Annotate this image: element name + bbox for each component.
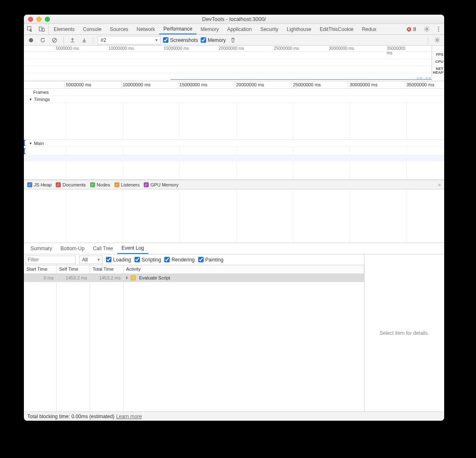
- screenshots-label: Screenshots: [170, 37, 198, 43]
- chevron-down-icon: ▼: [29, 142, 32, 145]
- svg-point-7: [29, 38, 33, 42]
- legend-documents[interactable]: ✓Documents: [56, 182, 86, 187]
- settings-gear-icon[interactable]: [421, 26, 432, 32]
- memory-menu-icon[interactable]: ≡: [438, 182, 441, 187]
- save-profile-button[interactable]: [80, 36, 89, 44]
- tab-application[interactable]: Application: [223, 24, 256, 34]
- inspect-element-icon[interactable]: [24, 24, 36, 34]
- devtools-window: DevTools - localhost:3000/ Elements Cons…: [24, 15, 444, 421]
- timings-label: Timings: [34, 97, 50, 102]
- legend-listeners[interactable]: ✓Listeners: [114, 182, 140, 187]
- zoom-window-icon[interactable]: [45, 17, 50, 22]
- main-track-body: [24, 147, 444, 180]
- svg-rect-2: [42, 28, 44, 31]
- expand-icon[interactable]: [126, 276, 128, 279]
- dtab-event-log[interactable]: Event Log: [117, 243, 148, 254]
- profile-select-value: #2: [101, 37, 106, 43]
- error-badge[interactable]: ✕ 8: [404, 26, 419, 32]
- tab-lighthouse[interactable]: Lighthouse: [282, 24, 316, 34]
- perf-toolbar: #2 ▼ Screenshots Memory: [24, 35, 444, 46]
- svg-point-4: [438, 27, 439, 28]
- table-row[interactable]: 0 ms 1453.2 ms 1453.2 ms Evaluate Script: [24, 274, 364, 282]
- memory-label: Memory: [208, 37, 226, 43]
- learn-more-link[interactable]: Learn more: [116, 414, 142, 419]
- filter-loading[interactable]: Loading: [106, 257, 131, 263]
- trash-icon[interactable]: [228, 36, 238, 44]
- main-label: Main: [34, 141, 44, 146]
- chevron-down-icon: ▼: [29, 98, 32, 101]
- minimize-window-icon[interactable]: [36, 17, 41, 22]
- blocking-time-text: Total blocking time: 0.00ms (estimated): [27, 414, 114, 419]
- tab-redux[interactable]: Redux: [358, 24, 381, 34]
- overview-strip[interactable]: 5000000 ms 10000000 ms 15000000 ms 20000…: [24, 46, 444, 81]
- tab-elements[interactable]: Elements: [49, 24, 79, 34]
- event-log-header: Start Time Self Time Total Time Activity: [24, 265, 364, 274]
- dtab-call-tree[interactable]: Call Tree: [89, 243, 117, 254]
- timings-track-header[interactable]: ▼ Timings: [24, 96, 444, 103]
- svg-line-9: [53, 39, 56, 41]
- legend-gpu-memory[interactable]: ✓GPU Memory: [144, 182, 178, 187]
- device-toolbar-icon[interactable]: [36, 24, 47, 34]
- memory-chart[interactable]: [24, 189, 444, 243]
- window-title: DevTools - localhost:3000/: [24, 16, 444, 22]
- filter-input[interactable]: [26, 256, 76, 264]
- flame-chart[interactable]: 5000000 ms 10000000 ms 15000000 ms 20000…: [24, 81, 444, 180]
- svg-point-10: [436, 39, 438, 41]
- dtab-bottom-up[interactable]: Bottom-Up: [56, 243, 88, 254]
- flame-ruler: 5000000 ms 10000000 ms 15000000 ms 20000…: [24, 81, 444, 89]
- overview-heap-range: 0 B – 0 B: [417, 76, 431, 80]
- main-tabs: Elements Console Sources Network Perform…: [49, 24, 380, 34]
- more-vert-icon[interactable]: [432, 26, 444, 32]
- load-profile-button[interactable]: [68, 36, 77, 44]
- filter-scripting[interactable]: Scripting: [135, 257, 161, 263]
- titlebar: DevTools - localhost:3000/: [24, 15, 444, 24]
- col-self-time[interactable]: Self Time: [57, 265, 90, 274]
- dtab-summary[interactable]: Summary: [26, 243, 56, 254]
- screenshots-checkbox[interactable]: Screenshots: [163, 37, 198, 43]
- scripting-color-icon: [131, 275, 136, 280]
- overview-net-row: [24, 66, 432, 73]
- tab-security[interactable]: Security: [256, 24, 282, 34]
- profile-select[interactable]: #2 ▼: [98, 36, 160, 44]
- overview-fps-row: [24, 52, 432, 59]
- clear-button[interactable]: [50, 36, 59, 44]
- timings-track-body: [24, 103, 444, 140]
- svg-rect-1: [39, 27, 42, 31]
- event-log-body[interactable]: 0 ms 1453.2 ms 1453.2 ms Evaluate Script: [24, 274, 364, 411]
- tab-network[interactable]: Network: [132, 24, 159, 34]
- detail-body: All▼ Loading Scripting Rendering Paintin…: [24, 254, 444, 411]
- filter-scope-select[interactable]: All▼: [79, 256, 103, 264]
- col-activity[interactable]: Activity: [124, 265, 364, 274]
- legend-nodes[interactable]: ✓Nodes: [90, 182, 110, 187]
- svg-point-5: [438, 28, 439, 29]
- tab-console[interactable]: Console: [79, 24, 106, 34]
- frames-label: Frames: [33, 90, 49, 95]
- filter-rendering[interactable]: Rendering: [164, 257, 194, 263]
- tab-editthiscookie[interactable]: EditThisCookie: [316, 24, 358, 34]
- capture-settings-gear-icon[interactable]: [432, 36, 442, 44]
- tab-memory[interactable]: Memory: [197, 24, 223, 34]
- svg-point-3: [426, 28, 427, 30]
- traffic-lights: [24, 17, 50, 22]
- frames-track-header[interactable]: Frames: [24, 89, 444, 96]
- main-track-header[interactable]: ▼ Main: [24, 140, 444, 147]
- col-total-time[interactable]: Total Time: [90, 265, 124, 274]
- overview-side-labels: FPS CPU NETHEAP: [432, 46, 444, 81]
- event-log-filter-bar: All▼ Loading Scripting Rendering Paintin…: [24, 254, 364, 265]
- tab-performance[interactable]: Performance: [159, 24, 197, 34]
- close-window-icon[interactable]: [28, 17, 33, 22]
- error-count: 8: [413, 26, 416, 32]
- memory-checkbox[interactable]: Memory: [201, 37, 226, 43]
- error-icon: ✕: [406, 27, 411, 32]
- legend-js-heap[interactable]: ✓JS Heap: [27, 182, 52, 187]
- tab-sources[interactable]: Sources: [106, 24, 132, 34]
- filter-painting[interactable]: Painting: [198, 257, 223, 263]
- record-button[interactable]: [26, 36, 36, 44]
- overview-ruler: 5000000 ms 10000000 ms 15000000 ms 20000…: [24, 46, 432, 52]
- col-start-time[interactable]: Start Time: [24, 265, 57, 274]
- overview-cpu-row: [24, 59, 432, 66]
- reload-record-button[interactable]: [38, 36, 47, 44]
- screenshots-checkbox-input[interactable]: [163, 37, 168, 43]
- memory-checkbox-input[interactable]: [201, 37, 206, 43]
- overview-heap-row: 0 B – 0 B: [24, 73, 432, 80]
